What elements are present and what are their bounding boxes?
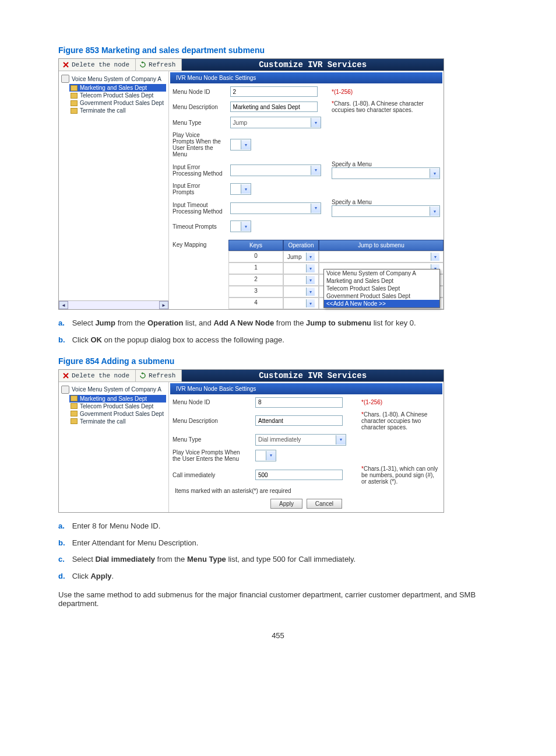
dropdown-option[interactable]: Telecom Product Sales Dept	[324, 285, 439, 292]
chevron-down-icon: ▾	[306, 299, 315, 307]
delete-node-button[interactable]: Delete the node	[59, 370, 136, 382]
settings-panel: IVR Menu Node Basic Settings Menu Node I…	[169, 71, 444, 309]
call-immediately-input[interactable]	[255, 470, 343, 480]
menu-node-id-input[interactable]	[230, 86, 318, 97]
menu-node-id-hint: *(1-256)	[328, 85, 444, 99]
menu-node-id-label: Menu Node ID	[169, 396, 252, 410]
tree-item-label: Government Product Sales Dept	[80, 411, 164, 417]
refresh-icon	[139, 61, 146, 68]
input-timeout-method-select[interactable]: ▾	[230, 202, 321, 214]
menu-node-id-input[interactable]	[255, 397, 343, 408]
folder-icon	[71, 396, 78, 401]
delete-node-button[interactable]: Delete the node	[59, 59, 136, 71]
chevron-down-icon: ▾	[311, 118, 321, 127]
refresh-button[interactable]: Refresh	[136, 370, 182, 382]
step-marker: b.	[58, 538, 70, 549]
tree-item-terminate[interactable]: Terminate the call	[69, 107, 166, 114]
folder-icon	[71, 93, 78, 99]
chevron-down-icon: ▾	[306, 253, 315, 261]
apply-button[interactable]: Apply	[270, 499, 302, 509]
folder-icon	[71, 403, 78, 409]
menu-desc-input[interactable]	[255, 415, 343, 426]
refresh-label: Refresh	[149, 61, 175, 68]
toolbar: Delete the node Refresh Customize IVR Se…	[59, 59, 444, 71]
keymap-op-select[interactable]: Jump▾	[287, 253, 315, 261]
specify-menu-select[interactable]: ▾	[332, 167, 440, 179]
system-icon	[61, 75, 69, 83]
step-b: b. Enter Attendant for Menu Description.	[71, 538, 498, 549]
dropdown-option[interactable]: Voice Menu System of Company A	[324, 270, 439, 277]
tree-item-label: Telecom Product Sales Dept	[80, 403, 153, 410]
tree-item-label: Terminate the call	[80, 107, 125, 114]
input-error-prompts-select[interactable]: ▾	[230, 183, 251, 195]
keymap-key: 0	[228, 251, 283, 262]
scroll-right-icon[interactable]: ►	[159, 301, 168, 309]
scroll-left-icon[interactable]: ◄	[59, 301, 68, 309]
dropdown-option[interactable]: Marketing and Sales Dept	[324, 277, 439, 285]
h-scrollbar[interactable]: ◄ ►	[59, 300, 168, 309]
cancel-button[interactable]: Cancel	[307, 499, 342, 509]
delete-label: Delete the node	[72, 372, 129, 379]
play-prompts-select[interactable]: ▾	[255, 450, 276, 461]
keymap-op-select[interactable]: ▾	[287, 264, 315, 272]
instruction-list-2: a. Enter 8 for Menu Node ID. b. Enter At…	[58, 521, 498, 582]
chevron-down-icon: ▾	[311, 166, 321, 175]
step-marker: a.	[58, 318, 70, 329]
step-a: a. Enter 8 for Menu Node ID.	[71, 521, 498, 532]
chevron-down-icon: ▾	[241, 140, 251, 149]
tree-item-telecom[interactable]: Telecom Product Sales Dept	[69, 92, 166, 99]
keymap-op-select[interactable]: ▾	[287, 288, 315, 296]
tree-item-marketing[interactable]: Marketing and Sales Dept	[69, 84, 166, 92]
system-icon	[61, 386, 69, 394]
play-prompts-select[interactable]: ▾	[230, 139, 251, 150]
menu-desc-label: Menu Description	[169, 410, 252, 432]
panel-header: IVR Menu Node Basic Settings	[170, 383, 442, 394]
jump-submenu-dropdown[interactable]: Voice Menu System of Company A Marketing…	[323, 269, 440, 308]
delete-x-icon	[62, 372, 69, 379]
tree-item-government[interactable]: Government Product Sales Dept	[69, 99, 166, 107]
tree-item-government[interactable]: Government Product Sales Dept	[69, 410, 166, 418]
input-error-method-select[interactable]: ▾	[230, 164, 321, 176]
tree-item-label: Terminate the call	[80, 418, 125, 425]
menu-type-select[interactable]: Jump ▾	[230, 117, 321, 128]
button-row: Apply Cancel	[169, 495, 444, 512]
tree-root-label: Voice Menu System of Company A	[72, 386, 161, 393]
chevron-down-icon: ▾	[336, 435, 346, 444]
step-d: d. Click Apply.	[71, 571, 498, 582]
timeout-prompts-label: Timeout Prompts	[169, 219, 227, 234]
closing-paragraph: Use the same method to add submenus for …	[58, 590, 498, 608]
screenshot-fig854: Delete the node Refresh Customize IVR Se…	[58, 369, 444, 513]
chevron-down-icon: ▾	[311, 204, 321, 213]
call-immediately-label: Call immediately	[169, 464, 252, 487]
keymap-op-select[interactable]: ▾	[287, 276, 315, 284]
keymap-header-row: Key Mapping Keys Operation Jump to subme…	[169, 240, 444, 251]
figure-caption: Figure 854 Adding a submenu	[58, 356, 498, 366]
menu-desc-input[interactable]	[230, 102, 318, 112]
menu-type-select[interactable]: Dial immediately ▾	[255, 434, 346, 446]
tree-root[interactable]: Voice Menu System of Company A	[61, 386, 166, 394]
tree-item-terminate[interactable]: Terminate the call	[69, 418, 166, 425]
chevron-down-icon: ▾	[306, 288, 315, 296]
dropdown-add-new-node[interactable]: <<Add A New Node >>	[324, 300, 439, 307]
tree-item-marketing[interactable]: Marketing and Sales Dept	[69, 395, 166, 402]
tree-item-telecom[interactable]: Telecom Product Sales Dept	[69, 402, 166, 410]
instruction-list-1: a. Select Jump from the Operation list, …	[58, 318, 498, 346]
tree-item-label: Marketing and Sales Dept	[80, 85, 147, 91]
keymap-jump-select[interactable]: ▾	[323, 253, 439, 261]
tree-root[interactable]: Voice Menu System of Company A	[61, 75, 166, 83]
nav-tree: Voice Menu System of Company A Marketing…	[59, 71, 169, 309]
panel-header: IVR Menu Node Basic Settings	[170, 72, 442, 83]
keymap-header-keys: Keys	[228, 240, 283, 251]
keymap-op-select[interactable]: ▾	[287, 299, 315, 307]
step-marker: d.	[58, 571, 70, 582]
refresh-button[interactable]: Refresh	[136, 59, 182, 71]
toolbar: Delete the node Refresh Customize IVR Se…	[59, 370, 444, 382]
keymap-key: 1	[228, 262, 283, 274]
menu-node-id-label: Menu Node ID	[169, 85, 227, 99]
specify-menu-select-2[interactable]: ▾	[332, 205, 440, 217]
chevron-down-icon: ▾	[306, 276, 315, 284]
timeout-prompts-select[interactable]: ▾	[230, 220, 251, 232]
keymap-key: 3	[228, 286, 283, 298]
dropdown-option[interactable]: Government Product Sales Dept	[324, 292, 439, 300]
tree-item-label: Telecom Product Sales Dept	[80, 92, 153, 99]
